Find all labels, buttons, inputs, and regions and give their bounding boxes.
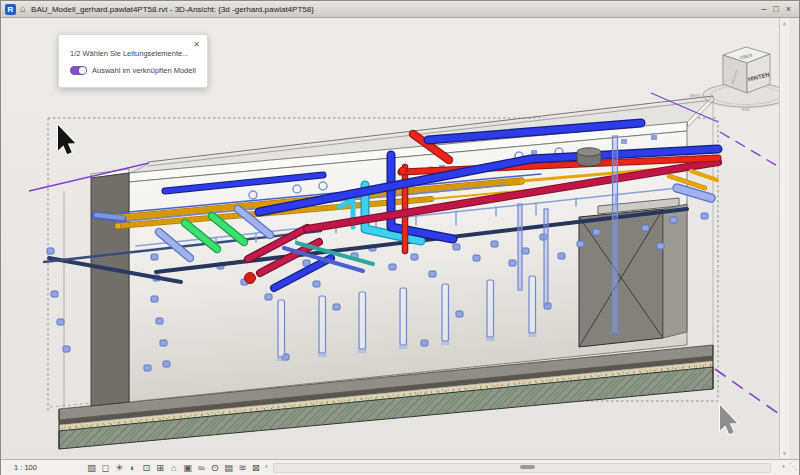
door-reveal — [663, 204, 687, 338]
resize-grip[interactable]: ⋱ — [789, 462, 797, 471]
more-tools-icon[interactable]: ‹ — [265, 462, 268, 471]
view-control-bar: 1 : 100 ▨ ◻ ☀ ◐ ⊡ ⊞ ⌂ ▣ ∞ ʘ ▤ ≋ ⊠ ‹ › ⋱ — [1, 459, 799, 475]
toggle-label: Auswahl im verknüpften Modell — [92, 66, 196, 75]
compass-west-label[interactable]: WEST — [689, 93, 701, 98]
vertical-scrollbar[interactable]: ∧ ∨ — [779, 18, 789, 458]
maximize-button[interactable]: □ — [773, 5, 778, 14]
door[interactable] — [579, 209, 663, 347]
toggle-knob — [79, 67, 86, 74]
crop-view-icon[interactable]: ⊡ — [140, 461, 154, 474]
compass-south-label[interactable]: SÜD — [742, 107, 751, 112]
horizontal-scrollbar[interactable] — [273, 463, 771, 473]
shadows-icon[interactable]: ◐ — [126, 461, 140, 474]
tank-cylinder[interactable] — [577, 148, 601, 166]
temporary-view-properties-icon[interactable]: ▤ — [222, 461, 236, 474]
scrollbar-thumb[interactable] — [520, 465, 535, 469]
restore-orientation-icon[interactable]: ⌂ — [167, 461, 181, 474]
sun-path-icon[interactable]: ☀ — [112, 461, 126, 474]
analytical-model-icon[interactable]: ≋ — [236, 461, 250, 474]
scroll-up-icon[interactable]: ∧ — [782, 18, 786, 29]
dialog-close-icon[interactable]: ✕ — [193, 40, 200, 49]
reveal-hidden-elements-icon[interactable]: ʘ — [208, 461, 222, 474]
revit-window: R ⌂ BAU_Modell_gerhard.pawlat4PT58.rvt -… — [0, 0, 800, 475]
show-crop-region-icon[interactable]: ⊞ — [153, 461, 167, 474]
scroll-right-icon[interactable]: › — [782, 462, 785, 471]
scale-button[interactable]: 1 : 100 — [14, 463, 37, 472]
detail-level-icon[interactable]: ▨ — [85, 461, 99, 474]
linked-model-toggle[interactable] — [70, 66, 87, 75]
cursor-primary — [58, 125, 75, 154]
window-title: BAU_Modell_gerhard.pawlat4PT58.rvt - 3D-… — [31, 5, 314, 14]
displacement-sets-icon[interactable]: ⊠ — [249, 461, 263, 474]
revit-app-icon[interactable]: R — [5, 4, 16, 15]
cursor-secondary — [720, 405, 737, 434]
end-wall[interactable] — [91, 173, 129, 406]
dialog-step-text: 1/2 Wählen Sie Leitungselemente... — [70, 49, 188, 58]
selection-tooltip-dialog: ✕ 1/2 Wählen Sie Leitungselemente... Aus… — [58, 34, 208, 88]
close-button[interactable]: × — [786, 5, 791, 14]
visual-style-icon[interactable]: ◻ — [99, 461, 113, 474]
locked-3d-view-icon[interactable]: ▣ — [181, 461, 195, 474]
temporary-hide-isolate-icon[interactable]: ∞ — [195, 461, 209, 474]
scroll-down-icon[interactable]: ∨ — [782, 447, 786, 458]
title-bar: R ⌂ BAU_Modell_gerhard.pawlat4PT58.rvt -… — [1, 1, 799, 18]
home-icon[interactable]: ⌂ — [20, 4, 26, 14]
minimize-button[interactable]: – — [761, 5, 766, 14]
